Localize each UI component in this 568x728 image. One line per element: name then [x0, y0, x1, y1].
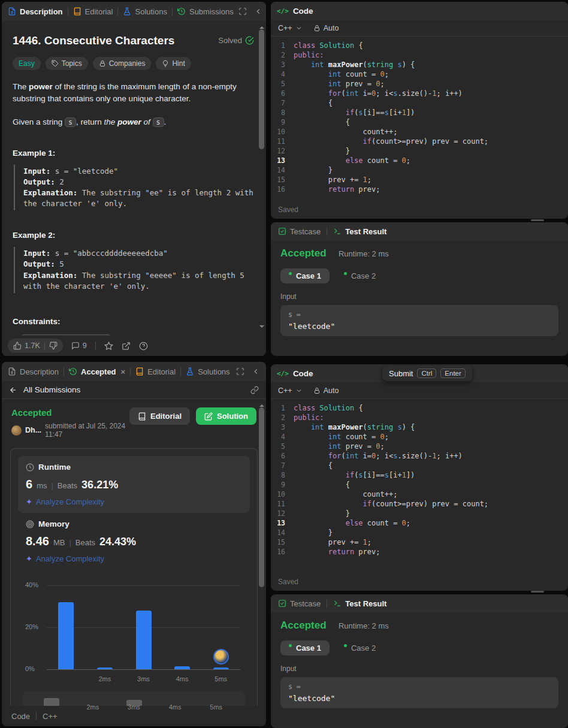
hint-chip[interactable]: Hint: [156, 57, 191, 70]
book-icon: [138, 412, 146, 421]
editorial-button[interactable]: Editorial: [129, 407, 190, 425]
case-1-tab[interactable]: Case 1: [280, 268, 330, 283]
tab-separator: [68, 8, 68, 16]
code-editor[interactable]: 1class Solution {2public:3int maxPower(s…: [271, 399, 568, 561]
tab-testcase[interactable]: Testcase: [278, 599, 321, 608]
saved-status: Saved: [278, 206, 298, 214]
runtime-card[interactable]: Runtime 6 ms | Beats 36.21% ✦ Analyze Co…: [18, 456, 250, 513]
divider: |: [51, 481, 53, 490]
case-2-tab[interactable]: Case 2: [336, 641, 384, 655]
comment-icon: [71, 342, 80, 350]
sparkle-icon: ✦: [26, 554, 32, 563]
comments-button[interactable]: 9: [71, 342, 87, 350]
input-field[interactable]: s = "leetcode": [280, 305, 558, 336]
resize-handle[interactable]: [531, 219, 544, 221]
tab-test-result[interactable]: Test Result: [333, 227, 386, 236]
scrollbar-thumb[interactable]: [259, 29, 264, 149]
tab-solutions[interactable]: Solutions: [186, 367, 229, 376]
tab-editorial[interactable]: Editorial: [135, 367, 176, 376]
case-dot: [344, 644, 347, 647]
tab-testcase[interactable]: Testcase: [278, 227, 321, 236]
code-panel-title: Code: [293, 369, 313, 378]
collapse-left-icon[interactable]: [252, 367, 260, 376]
problem-tabbar: Description Editorial Solutions Submissi…: [2, 2, 266, 21]
scroll-up-icon[interactable]: [259, 24, 264, 29]
expand-icon[interactable]: [238, 7, 247, 16]
share-icon[interactable]: [122, 342, 131, 351]
tab-description[interactable]: Description: [8, 367, 59, 376]
auto-toggle[interactable]: Auto: [313, 24, 339, 32]
favorite-star-icon[interactable]: [104, 342, 113, 351]
solution-button[interactable]: Solution: [196, 407, 256, 425]
difficulty-chip[interactable]: Easy: [13, 57, 41, 70]
problem-footer: 1.7K 9: [2, 336, 266, 356]
auto-toggle[interactable]: Auto: [313, 386, 339, 395]
scroll-down-icon[interactable]: [259, 325, 264, 330]
tab-accepted[interactable]: Accepted ×: [69, 367, 125, 376]
expand-icon[interactable]: [236, 367, 244, 376]
testcase-tabbar: Testcase Test Result: [271, 222, 568, 240]
stats-card: Runtime 6 ms | Beats 36.21% ✦ Analyze Co…: [10, 448, 258, 721]
runtime-value: 6: [26, 478, 32, 491]
checksquare-icon: [278, 227, 286, 235]
tab-test-result[interactable]: Test Result: [333, 599, 386, 608]
status-badge: Accepted: [280, 620, 327, 632]
lock-icon: [313, 387, 321, 394]
lock-icon: [99, 60, 106, 67]
tab-separator: [327, 228, 327, 235]
description-icon: [8, 367, 16, 376]
like-button[interactable]: 1.7K: [13, 342, 40, 350]
analyze-complexity-link[interactable]: ✦ Analyze Complexity: [26, 497, 242, 506]
back-arrow-icon[interactable]: [9, 386, 17, 394]
help-icon[interactable]: [139, 342, 148, 351]
status-badge: Accepted: [280, 247, 327, 259]
runtime-distribution-chart[interactable]: 0%20%40%2ms3ms4ms5ms: [20, 578, 247, 685]
tab-solutions[interactable]: Solutions: [123, 7, 167, 16]
memory-card[interactable]: Memory 8.46 MB | Beats 24.43% ✦ Analyze …: [18, 513, 250, 570]
editor-toolbar: C++ Auto: [271, 20, 568, 37]
solutions-icon: [186, 367, 194, 376]
code-editor[interactable]: 1class Solution {2public:3int maxPower(s…: [271, 37, 568, 198]
runtime-label: Runtime: 2 ms: [339, 249, 389, 258]
collapse-left-icon[interactable]: [254, 7, 262, 16]
code-icon: </>: [277, 370, 289, 377]
test-result-body: Accepted Runtime: 2 ms Case 1 Case 2 Inp…: [271, 612, 568, 715]
input-value: "leetcode": [288, 694, 551, 703]
problem-scrollbar[interactable]: [258, 22, 265, 332]
case-1-tab[interactable]: Case 1: [280, 641, 330, 655]
footer-lang-label[interactable]: C++: [43, 712, 58, 721]
link-icon[interactable]: [250, 386, 259, 394]
solved-check-icon: [245, 36, 254, 45]
submissions-icon: [177, 7, 186, 16]
editor-toolbar: C++ Auto: [271, 382, 568, 399]
topics-chip[interactable]: Topics: [46, 57, 88, 70]
input-field[interactable]: s = "leetcode": [280, 677, 558, 708]
language-select[interactable]: C++: [278, 386, 303, 395]
case-tabs: Case 1 Case 2: [280, 268, 558, 283]
thumb-down-icon[interactable]: [49, 342, 58, 350]
resize-handle[interactable]: [531, 591, 544, 593]
language-select[interactable]: C++: [278, 24, 303, 32]
leetcode-workspace: Description Editorial Solutions Submissi…: [0, 0, 568, 728]
scroll-up-icon[interactable]: [259, 402, 264, 407]
edit-icon: [204, 412, 213, 421]
problem-content: 1446. Consecutive Characters Solved Easy…: [2, 21, 266, 356]
tab-editorial[interactable]: Editorial: [73, 7, 113, 16]
scrollbar-thumb[interactable]: [259, 407, 264, 587]
close-tab-icon[interactable]: ×: [121, 368, 126, 376]
editorial-icon: [135, 367, 144, 376]
tab-separator: [130, 368, 131, 376]
tab-separator: [172, 8, 173, 16]
submission-scrollbar[interactable]: [258, 400, 265, 721]
footer-code-label[interactable]: Code: [11, 712, 30, 721]
submissions-breadcrumb: All Submissions: [2, 381, 266, 399]
tab-submissions[interactable]: Submissions: [177, 7, 234, 16]
case-2-tab[interactable]: Case 2: [336, 268, 384, 283]
companies-chip[interactable]: Companies: [93, 57, 152, 70]
tab-description[interactable]: Description: [8, 7, 63, 16]
solutions-icon: [123, 7, 131, 16]
submit-tooltip[interactable]: Submit Ctrl Enter: [382, 365, 472, 381]
analyze-complexity-link[interactable]: ✦ Analyze Complexity: [26, 554, 242, 563]
back-label[interactable]: All Submissions: [23, 385, 80, 394]
enter-keycap: Enter: [440, 368, 466, 378]
